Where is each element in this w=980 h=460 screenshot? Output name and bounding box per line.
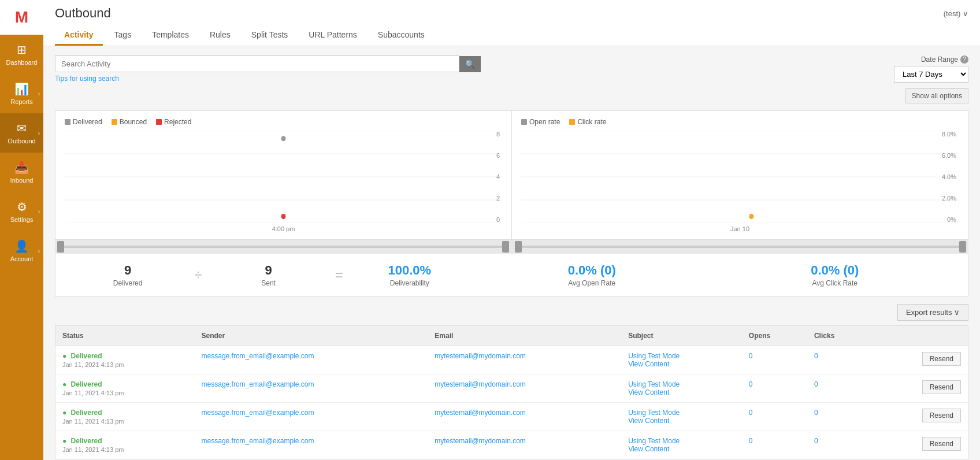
right-slider-handle-right[interactable] — [959, 241, 966, 253]
search-tip[interactable]: Tips for using search — [55, 75, 882, 83]
rates-chart-svg — [521, 131, 959, 223]
resend-button-2[interactable]: Resend — [922, 409, 961, 422]
tab-templates[interactable]: Templates — [143, 25, 198, 46]
delivery-legend: Delivered Bounced Rejected — [65, 118, 502, 126]
tab-url-patterns[interactable]: URL Patterns — [299, 25, 366, 46]
date-range-help-icon[interactable]: ? — [960, 55, 968, 64]
left-slider-handle-left[interactable] — [57, 241, 64, 253]
stat-avg-click-rate-label: Avg Click Rate — [714, 279, 957, 287]
legend-open-rate-label: Open rate — [529, 118, 560, 126]
right-slider-handle-left[interactable] — [515, 241, 522, 253]
view-content-link-2[interactable]: View Content — [628, 417, 669, 425]
cell-sender-1: message.from_email@example.com — [195, 374, 428, 403]
status-value-3: Delivered — [71, 437, 102, 445]
search-input[interactable] — [55, 55, 459, 72]
show-all-options-button[interactable]: Show all options — [905, 88, 968, 103]
cell-clicks-0: 0 — [807, 346, 870, 374]
sender-link-3[interactable]: message.from_email@example.com — [202, 437, 314, 445]
subject-link-1[interactable]: Using Test Mode — [628, 380, 680, 388]
legend-click-rate-label: Click rate — [577, 118, 606, 126]
cell-sender-3: message.from_email@example.com — [195, 431, 428, 459]
slider-row[interactable] — [55, 240, 968, 254]
opens-value-2[interactable]: 0 — [749, 409, 753, 417]
export-results-button[interactable]: Export results ∨ — [897, 304, 968, 321]
sidebar-item-inbound[interactable]: 📥 Inbound — [0, 153, 43, 192]
sidebar-item-label: Dashboard — [6, 59, 38, 66]
cell-sender-2: message.from_email@example.com — [195, 403, 428, 431]
cell-opens-2: 0 — [742, 403, 807, 431]
resend-button-0[interactable]: Resend — [922, 352, 961, 366]
chevron-icon: › — [38, 130, 40, 136]
email-link-2[interactable]: mytestemail@mydomain.com — [435, 409, 526, 417]
email-link-3[interactable]: mytestemail@mydomain.com — [435, 437, 526, 445]
clicks-value-2[interactable]: 0 — [814, 409, 818, 417]
cell-status-2: ● Delivered Jan 11, 2021 4:13 pm — [55, 403, 195, 431]
email-link-0[interactable]: mytestemail@mydomain.com — [435, 352, 526, 360]
sidebar-item-outbound[interactable]: ✉ Outbound › — [0, 113, 43, 153]
chart-xlabel-right: Jan 10 — [521, 225, 959, 232]
search-button[interactable]: 🔍 — [459, 56, 481, 72]
clicks-value-0[interactable]: 0 — [814, 352, 818, 360]
date-range-select[interactable]: Last 7 Days Last 30 Days Last 90 Days Cu… — [894, 66, 968, 83]
stats-row: 9 Delivered ÷ 9 Sent = 100.0% Deliverabi… — [55, 254, 968, 297]
cell-actions-0: Resend — [870, 346, 968, 374]
logo-icon: M — [15, 8, 28, 27]
opens-value-3[interactable]: 0 — [749, 437, 753, 445]
col-status: Status — [55, 326, 195, 346]
stat-divider-2: = — [329, 267, 349, 283]
cell-clicks-2: 0 — [807, 403, 870, 431]
logo[interactable]: M — [0, 0, 43, 35]
cell-email-2: mytestemail@mydomain.com — [428, 403, 621, 431]
user-info[interactable]: (test) ∨ — [944, 9, 968, 18]
tab-split-tests[interactable]: Split Tests — [242, 25, 298, 46]
sender-link-0[interactable]: message.from_email@example.com — [202, 352, 314, 360]
col-subject: Subject — [621, 326, 742, 346]
cell-actions-3: Resend — [870, 431, 968, 459]
stat-avg-click-rate-value: 0.0% (0) — [714, 263, 957, 278]
stat-sent: 9 Sent — [207, 263, 329, 287]
tab-activity[interactable]: Activity — [55, 25, 103, 46]
outbound-icon: ✉ — [17, 121, 27, 135]
subject-link-3[interactable]: Using Test Mode — [628, 437, 680, 445]
cell-email-3: mytestemail@mydomain.com — [428, 431, 621, 459]
sidebar-item-label: Settings — [10, 216, 34, 223]
sidebar-item-account[interactable]: 👤 Account › — [0, 231, 43, 270]
stat-avg-open-rate-label: Avg Open Rate — [470, 279, 714, 287]
stat-deliverability: 100.0% Deliverability — [349, 263, 470, 287]
content-area: 🔍 Tips for using search Date Range ? Las… — [43, 46, 980, 460]
sidebar-item-settings[interactable]: ⚙ Settings › — [0, 192, 43, 231]
clicks-value-1[interactable]: 0 — [814, 380, 818, 388]
sidebar-item-reports[interactable]: 📊 Reports › — [0, 74, 43, 113]
col-email: Email — [428, 326, 621, 346]
resend-button-1[interactable]: Resend — [922, 380, 961, 394]
email-link-1[interactable]: mytestemail@mydomain.com — [435, 380, 526, 388]
status-value-0: Delivered — [71, 352, 102, 360]
view-content-link-1[interactable]: View Content — [628, 388, 669, 396]
status-value-2: Delivered — [71, 409, 102, 417]
tab-tags[interactable]: Tags — [105, 25, 141, 46]
clicks-value-3[interactable]: 0 — [814, 437, 818, 445]
left-slider-handle-right[interactable] — [502, 241, 509, 253]
opens-value-0[interactable]: 0 — [749, 352, 753, 360]
tab-subaccounts[interactable]: Subaccounts — [369, 25, 434, 46]
sender-link-1[interactable]: message.from_email@example.com — [202, 380, 314, 388]
legend-bounced: Bounced — [112, 118, 147, 126]
sidebar-item-label: Inbound — [10, 177, 34, 184]
subject-link-0[interactable]: Using Test Mode — [628, 352, 680, 360]
subject-link-2[interactable]: Using Test Mode — [628, 409, 680, 417]
tab-rules[interactable]: Rules — [201, 25, 240, 46]
view-content-link-3[interactable]: View Content — [628, 445, 669, 453]
status-value-1: Delivered — [71, 380, 102, 388]
col-actions — [870, 326, 968, 346]
status-dot-3: ● — [62, 437, 66, 445]
sidebar-item-dashboard[interactable]: ⊞ Dashboard — [0, 35, 43, 74]
opens-value-1[interactable]: 0 — [749, 380, 753, 388]
view-content-link-0[interactable]: View Content — [628, 360, 669, 368]
cell-clicks-3: 0 — [807, 431, 870, 459]
cell-status-0: ● Delivered Jan 11, 2021 4:13 pm — [55, 346, 195, 374]
chevron-icon: › — [38, 248, 40, 254]
dashboard-icon: ⊞ — [17, 43, 27, 57]
sender-link-2[interactable]: message.from_email@example.com — [202, 409, 314, 417]
delivery-chart: Delivered Bounced Rejected — [55, 111, 512, 239]
resend-button-3[interactable]: Resend — [922, 437, 961, 451]
